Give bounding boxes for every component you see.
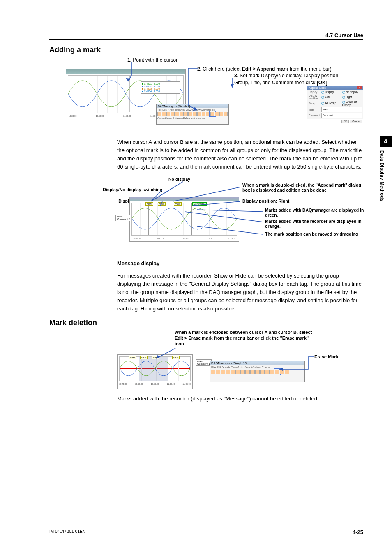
app-toolbar-2: [210, 369, 304, 375]
caption-drag: The mark position can be moved by draggi…: [265, 231, 370, 237]
heading-adding-mark: Adding a mark: [49, 46, 363, 54]
erase-mark-label: Erase Mark: [314, 354, 339, 359]
caption-pos-right: Display position: Right: [242, 199, 289, 204]
title-input[interactable]: [321, 107, 362, 112]
erase-mark-button[interactable]: [275, 370, 279, 374]
radio-right[interactable]: Right: [342, 95, 362, 99]
paragraph-cannot-edit: Marks added with the recorder (displayed…: [117, 395, 363, 403]
subheading-message-display: Message display: [117, 260, 363, 266]
daqmanager-window: DAQManager - [Graph 1] File Edit Y-Axis …: [156, 104, 229, 125]
radio-groupdisp[interactable]: Group on Display: [342, 100, 362, 106]
caption-doubleclick: When a mark is double-clicked, the "Appe…: [242, 183, 362, 193]
radio-display[interactable]: Display: [321, 90, 341, 94]
erase-instruction: When a mark is enclosed between cursor A…: [175, 330, 314, 347]
example-chart-3: Mark Mark Mark Mark Mark Comment 1 10:45…: [117, 354, 193, 389]
chart-legend: ■ CH001 0.000 ■ CH002 3.000 ■ CH003 0.00…: [141, 81, 180, 94]
paragraph-message-display: For messages created with the recorder, …: [117, 272, 363, 313]
radio-left[interactable]: Left: [321, 95, 341, 99]
side-tab: 4 Data Display Methods: [380, 136, 392, 201]
app-title: DAQManager - [Graph 1]: [158, 105, 190, 108]
doc-id: IM 04L47B01-01EN: [49, 529, 85, 535]
heading-mark-deletion: Mark deletion: [49, 319, 363, 327]
step-2: 2. Click here (select Edit > Append mark…: [197, 66, 353, 73]
app-title-2: DAQManager - [Graph 10]: [210, 361, 304, 365]
chapter-number: 4: [380, 136, 392, 147]
chapter-label: Data Display Methods: [380, 147, 385, 201]
append-mark-dialog: Append Mark × Display Display No display…: [307, 86, 363, 119]
caption-nodisplay: No display: [168, 177, 190, 182]
caption-orange: Marks added with the recorder are displa…: [265, 219, 370, 229]
app-menu: File Edit Y-Axis TimeAxis View Window Co…: [157, 108, 228, 111]
step-3: 3. Set mark Display/No display, Display …: [234, 72, 353, 86]
app-menu-2: File Edit Y-Axis TimeAxis View Window Co…: [210, 365, 304, 369]
svg-marker-3: [231, 84, 234, 88]
radio-nodisplay[interactable]: No display: [342, 90, 362, 94]
ok-button[interactable]: OK: [341, 120, 349, 123]
cancel-button[interactable]: Cancel: [350, 120, 362, 123]
paragraph-mark-description: When cursor A and cursor B are at the sa…: [117, 138, 363, 171]
dialog-title: Append Mark: [309, 86, 326, 89]
radio-allgroup[interactable]: All Group: [321, 102, 341, 105]
page-number: 4-25: [353, 529, 363, 535]
caption-switch: Display/No display switching: [90, 187, 162, 192]
comment-input[interactable]: [321, 113, 362, 118]
daqmanager-window-erase: DAQManager - [Graph 10] File Edit Y-Axis…: [210, 361, 305, 382]
append-mark-button[interactable]: [210, 112, 214, 116]
page-header: 4.7 Cursor Use: [49, 32, 363, 40]
app-toolbar: [157, 111, 228, 116]
step-1: 1. Point with the cursor: [127, 57, 178, 64]
page-footer: IM 04L47B01-01EN 4-25: [49, 527, 363, 535]
example-chart-2: Mark Mark Mark Comment2 Mark Comment 2 1…: [129, 197, 239, 242]
close-icon[interactable]: ×: [357, 86, 362, 89]
caption-green: Marks added with DAQmanager are displaye…: [265, 208, 370, 218]
